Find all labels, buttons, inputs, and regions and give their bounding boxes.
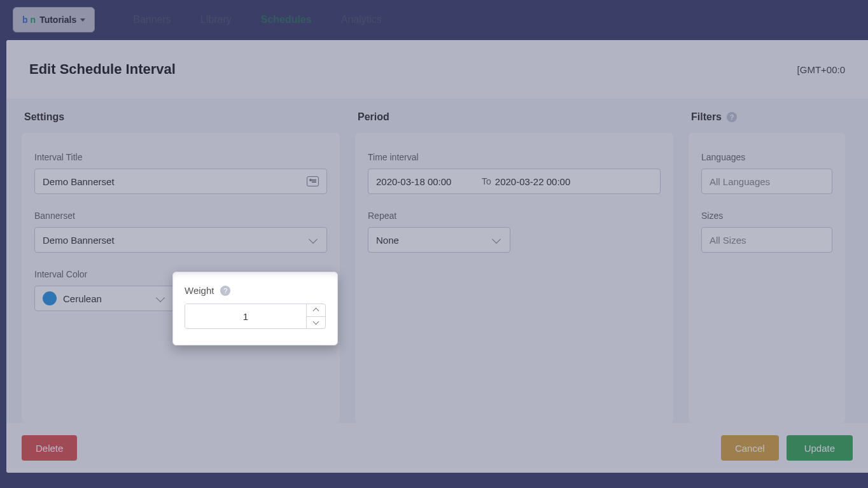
time-interval-label: Time interval (368, 152, 661, 162)
modal-body: Settings Interval Title Bannerset Demo B… (6, 99, 868, 423)
section-settings: Settings Interval Title Bannerset Demo B… (22, 111, 340, 423)
chevron-down-icon (156, 293, 165, 302)
field-interval-title: Interval Title (34, 152, 327, 194)
nav-items: Banners Library Schedules Analytics (133, 14, 382, 25)
color-swatch (43, 291, 57, 305)
section-period: Period Time interval To Repeat None (355, 111, 673, 423)
chevron-down-icon (309, 234, 318, 243)
brand-b: b (22, 15, 28, 25)
filters-heading-text: Filters (691, 111, 722, 123)
timezone-label: [GMT+00:0 (797, 64, 845, 75)
modal-title: Edit Schedule Interval (29, 61, 176, 78)
chevron-down-icon (313, 318, 319, 324)
field-sizes: Sizes All Sizes (701, 211, 832, 253)
workspace-switcher[interactable]: b n Tutorials (13, 7, 95, 32)
weight-input[interactable] (185, 304, 306, 328)
sizes-placeholder: All Sizes (710, 235, 746, 246)
section-filters: Filters ? Languages All Languages Sizes … (689, 111, 845, 423)
weight-increase[interactable] (307, 304, 325, 317)
time-from-input[interactable] (376, 176, 478, 187)
weight-label: Weight (185, 285, 214, 296)
filters-heading: Filters ? (691, 111, 845, 123)
interval-title-input[interactable] (43, 176, 307, 187)
caret-down-icon (80, 18, 85, 22)
nav-schedules[interactable]: Schedules (261, 14, 312, 25)
delete-button[interactable]: Delete (22, 435, 77, 461)
interval-title-input-wrap (34, 169, 327, 194)
nav-banners[interactable]: Banners (133, 14, 171, 25)
bannerset-label: Bannerset (34, 211, 327, 221)
period-heading: Period (358, 111, 673, 123)
bannerset-value: Demo Bannerset (43, 235, 115, 246)
help-icon[interactable]: ? (727, 112, 737, 122)
interval-color-label: Interval Color (34, 269, 174, 279)
sizes-select[interactable]: All Sizes (701, 227, 832, 253)
help-icon[interactable]: ? (220, 286, 230, 296)
period-panel: Time interval To Repeat None (355, 133, 673, 423)
top-nav: b n Tutorials Banners Library Schedules … (0, 0, 868, 39)
weight-arrows (306, 304, 325, 328)
settings-heading: Settings (24, 111, 340, 123)
repeat-select[interactable]: None (368, 227, 510, 253)
filters-panel: Languages All Languages Sizes All Sizes (689, 133, 845, 423)
field-interval-color: Interval Color Cerulean (34, 269, 174, 311)
weight-decrease[interactable] (307, 317, 325, 329)
time-to-input[interactable] (495, 176, 597, 187)
field-bannerset: Bannerset Demo Bannerset (34, 211, 327, 253)
modal-header: Edit Schedule Interval [GMT+00:0 (6, 40, 868, 99)
interval-title-label: Interval Title (34, 152, 327, 162)
edit-schedule-modal: Edit Schedule Interval [GMT+00:0 Setting… (6, 40, 868, 473)
modal-footer: Delete Cancel Update (6, 423, 868, 473)
field-repeat: Repeat None (368, 211, 661, 253)
field-time-interval: Time interval To (368, 152, 661, 194)
nav-library[interactable]: Library (200, 14, 232, 25)
time-interval-range[interactable]: To (368, 169, 661, 194)
field-languages: Languages All Languages (701, 152, 832, 194)
chevron-up-icon (313, 308, 319, 314)
workspace-label: Tutorials (39, 15, 76, 25)
repeat-value: None (376, 235, 399, 246)
chevron-down-icon (492, 234, 501, 243)
cancel-button[interactable]: Cancel (721, 435, 779, 461)
weight-stepper (185, 303, 326, 329)
languages-label: Languages (701, 152, 832, 162)
update-button[interactable]: Update (787, 435, 853, 461)
repeat-label: Repeat (368, 211, 661, 221)
sizes-label: Sizes (701, 211, 832, 221)
bannerset-select[interactable]: Demo Bannerset (34, 227, 327, 253)
languages-select[interactable]: All Languages (701, 169, 832, 194)
weight-highlight-card: Weight ? (172, 272, 338, 345)
nav-analytics[interactable]: Analytics (341, 14, 382, 25)
id-card-icon (307, 176, 319, 186)
interval-color-select[interactable]: Cerulean (34, 286, 174, 311)
brand-n: n (31, 15, 36, 25)
time-to-label: To (482, 176, 491, 186)
languages-placeholder: All Languages (710, 176, 770, 187)
interval-color-value: Cerulean (63, 293, 102, 304)
